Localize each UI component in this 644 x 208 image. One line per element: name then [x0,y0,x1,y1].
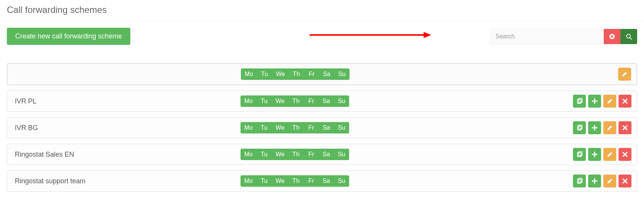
day-label: Fr [304,68,319,80]
day-label: Th [288,149,304,160]
copy-scheme-button[interactable] [573,121,586,134]
row-actions [573,121,631,134]
plus-icon [592,178,598,184]
edit-scheme-button[interactable] [603,121,616,134]
days-badge: MoTuWeThFrSaSu [241,175,349,187]
day-label: Tu [256,95,272,107]
days-badge: MoTuWeThFrSaSu [241,68,350,80]
day-label: Su [334,95,349,107]
annotation-arrow [310,30,431,40]
day-label: Su [334,149,349,160]
day-label: Tu [256,149,272,160]
copy-scheme-button[interactable] [573,175,586,187]
edit-scheme-button[interactable] [603,148,616,161]
search-icon [626,33,632,40]
copy-icon [576,125,582,131]
scheme-row: Ringostat Sales ENMoTuWeThFrSaSu [7,144,637,165]
delete-icon [622,98,628,104]
pencil-icon [607,151,613,157]
day-label: Th [288,122,304,133]
day-label: Fr [304,122,319,133]
scheme-row: Ringostat support teamMoTuWeThFrSaSu [7,170,637,192]
search-group [490,29,637,44]
day-label: Th [289,68,304,80]
scheme-row: MoTuWeThFrSaSu [7,63,637,85]
scheme-name: Ringostat support team [13,177,241,185]
day-label: We [272,175,288,187]
plus-icon [592,98,598,104]
scheme-name: IVR BG [13,124,241,132]
day-label: Fr [304,175,319,187]
row-actions [618,68,631,81]
add-scheme-button[interactable] [588,175,601,187]
day-label: Mo [241,95,256,107]
scheme-name: Ringostat Sales EN [13,151,241,159]
row-actions [573,175,631,187]
day-label: Th [288,95,304,107]
delete-icon [622,151,628,157]
day-label: Mo [241,149,256,160]
day-label: Sa [319,95,334,107]
edit-scheme-button[interactable] [603,95,616,108]
copy-icon [576,178,582,184]
days-badge: MoTuWeThFrSaSu [241,149,349,160]
create-scheme-button[interactable]: Create new call forwarding scheme [7,28,130,45]
day-label: Th [288,175,304,187]
day-label: Mo [241,122,256,133]
page-header: Call forwarding schemes [0,0,644,21]
add-scheme-button[interactable] [588,148,601,161]
day-label: Sa [319,149,334,160]
svg-marker-12 [424,32,431,38]
day-label: Tu [256,175,272,187]
plus-icon [592,151,598,157]
add-scheme-button[interactable] [588,121,601,134]
plus-icon [592,125,598,131]
day-label: Tu [256,122,272,133]
pencil-icon [607,178,613,184]
day-label: Fr [304,149,319,160]
day-label: Sa [319,175,334,187]
edit-scheme-button[interactable] [618,68,631,81]
delete-scheme-button[interactable] [619,121,631,134]
close-circle-icon [609,33,615,40]
page-title: Call forwarding schemes [7,5,637,15]
scheme-row: IVR BGMoTuWeThFrSaSu [7,117,637,138]
day-label: Su [334,122,349,133]
day-label: Fr [304,95,319,107]
delete-scheme-button[interactable] [619,148,631,161]
copy-scheme-button[interactable] [573,95,586,108]
row-actions [573,148,631,161]
add-scheme-button[interactable] [588,95,601,108]
toolbar: Create new call forwarding scheme [0,21,644,49]
copy-icon [576,98,582,104]
pencil-icon [622,71,628,77]
day-label: Su [334,175,349,187]
pencil-icon [607,98,613,104]
day-label: Tu [257,68,272,80]
copy-scheme-button[interactable] [573,148,586,161]
edit-scheme-button[interactable] [603,175,616,187]
search-button[interactable] [620,29,637,44]
day-label: Sa [319,68,334,80]
pencil-icon [607,125,613,131]
day-label: We [272,122,288,133]
search-input[interactable] [490,29,604,44]
day-label: Su [334,68,350,80]
delete-scheme-button[interactable] [619,95,631,108]
delete-icon [622,125,628,131]
day-label: Mo [241,175,256,187]
delete-icon [622,178,628,184]
scheme-row: IVR PLMoTuWeThFrSaSu [7,91,637,112]
row-actions [573,95,631,108]
day-label: Sa [319,122,334,133]
day-label: We [272,68,289,80]
copy-icon [576,151,582,157]
schemes-list: MoTuWeThFrSaSuIVR PLMoTuWeThFrSaSuIVR BG… [0,49,644,198]
clear-search-button[interactable] [604,29,620,44]
delete-scheme-button[interactable] [619,175,631,187]
scheme-name: IVR PL [13,97,241,105]
day-label: We [272,95,288,107]
day-label: We [272,149,288,160]
days-badge: MoTuWeThFrSaSu [241,95,349,107]
day-label: Mo [241,68,257,80]
